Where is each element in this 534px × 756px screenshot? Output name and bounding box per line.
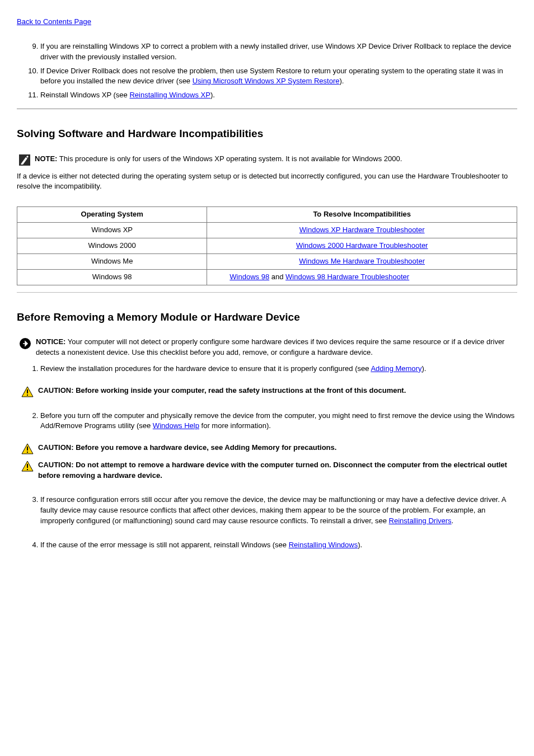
step1-post: ). — [421, 364, 426, 373]
cell-98-links: Windows 98 and Windows 98 Hardware Troub… — [207, 269, 517, 285]
step2-pre: Before you turn off the computer and phy… — [40, 411, 514, 430]
os-table: Operating System To Resolve Incompatibil… — [17, 206, 517, 285]
reinstalling-drivers-link[interactable]: Reinstalling Drivers — [389, 516, 452, 525]
caution-icon — [21, 461, 34, 472]
reinstalling-windows-link[interactable]: Reinstalling Windows — [289, 541, 358, 549]
note-icon — [19, 154, 30, 166]
svg-rect-2 — [27, 389, 28, 393]
step1-pre: Review the installation procedures for t… — [40, 364, 371, 373]
step4-pre: If the cause of the error message is sti… — [40, 541, 289, 549]
remove-step-2: Before you turn off the computer and phy… — [40, 411, 517, 481]
step3-post: . — [452, 516, 454, 525]
step-11: Reinstall Windows XP (see Reinstalling W… — [40, 90, 517, 101]
xp-troubleshooter-link[interactable]: Windows XP Hardware Troubleshooter — [299, 226, 425, 234]
col-header-os: Operating System — [17, 207, 207, 223]
cell-os-2000: Windows 2000 — [17, 238, 207, 253]
remove-step-4: If the cause of the error message is sti… — [40, 540, 517, 551]
incompat-para: If a device is either not detected durin… — [17, 171, 517, 192]
caution-1-text: CAUTION: Before working inside your comp… — [38, 386, 517, 396]
reinstall-xp-link[interactable]: Reinstalling Windows XP — [129, 91, 210, 99]
svg-rect-3 — [27, 395, 28, 396]
note-callout: NOTE: This procedure is only for users o… — [17, 154, 517, 166]
caution-callout-2: CAUTION: Before you remove a hardware de… — [19, 443, 517, 454]
cell-os-xp: Windows XP — [17, 223, 207, 238]
adding-memory-link[interactable]: Adding Memory — [371, 364, 421, 373]
table-row: Windows XP Windows XP Hardware Troublesh… — [17, 223, 517, 238]
table-row: Windows 2000 Windows 2000 Hardware Troub… — [17, 238, 517, 253]
step-10: If Device Driver Rollback does not resol… — [40, 66, 517, 87]
system-restore-link[interactable]: Using Microsoft Windows XP System Restor… — [193, 77, 340, 85]
svg-rect-6 — [27, 464, 28, 468]
cell-os-98: Windows 98 — [17, 269, 207, 285]
remove-step-3: If resource configuration errors still o… — [40, 495, 517, 527]
table-row: Windows 98 Windows 98 and Windows 98 Har… — [17, 269, 517, 285]
wme-troubleshooter-link[interactable]: Windows Me Hardware Troubleshooter — [299, 257, 425, 265]
step-10-suffix: ). — [339, 77, 344, 85]
cell-os-me: Windows Me — [17, 253, 207, 269]
col-header-resolve: To Resolve Incompatibilities — [207, 207, 517, 223]
step-9-text: If you are reinstalling Windows XP to co… — [40, 42, 511, 61]
remove-step-1: Review the installation procedures for t… — [40, 364, 517, 397]
notice-callout: NOTICE: Your computer will not detect or… — [17, 337, 517, 358]
svg-rect-7 — [27, 469, 28, 470]
heading-incompatibilities: Solving Software and Hardware Incompatib… — [17, 126, 517, 142]
step-11-suffix: ). — [210, 91, 215, 99]
w2000-troubleshooter-link[interactable]: Windows 2000 Hardware Troubleshooter — [296, 241, 428, 250]
w98-troubleshooter-link[interactable]: Windows 98 Hardware Troubleshooter — [285, 273, 409, 281]
w98-link[interactable]: Windows 98 — [229, 273, 269, 281]
caution-2b-text: CAUTION: Do not attempt to remove a hard… — [38, 460, 517, 481]
w98-sep: and — [269, 273, 285, 281]
note-text: NOTE: This procedure is only for users o… — [35, 154, 517, 165]
caution-icon — [21, 443, 34, 454]
svg-rect-4 — [27, 447, 28, 450]
step-9: If you are reinstalling Windows XP to co… — [40, 41, 517, 63]
svg-rect-5 — [27, 452, 28, 453]
numbered-list-top: If you are reinstalling Windows XP to co… — [17, 41, 517, 101]
caution-icon — [21, 386, 34, 397]
notice-icon — [19, 337, 31, 350]
heading-before-removing: Before Removing a Memory Module or Hardw… — [17, 309, 517, 325]
light-divider — [17, 292, 517, 293]
windows-help-link[interactable]: Windows Help — [153, 421, 199, 430]
remove-steps-list: Review the installation procedures for t… — [17, 364, 517, 551]
notice-text: NOTICE: Your computer will not detect or… — [36, 337, 517, 358]
caution-callout-3: CAUTION: Do not attempt to remove a hard… — [19, 460, 517, 481]
step4-post: ). — [358, 541, 362, 549]
divider — [17, 109, 517, 109]
caution-callout-1: CAUTION: Before working inside your comp… — [19, 386, 517, 397]
table-header-row: Operating System To Resolve Incompatibil… — [17, 207, 517, 223]
step2-post: for more information). — [199, 421, 271, 430]
caution-2a-text: CAUTION: Before you remove a hardware de… — [38, 443, 517, 453]
table-row: Windows Me Windows Me Hardware Troublesh… — [17, 253, 517, 269]
back-to-contents-link[interactable]: Back to Contents Page — [17, 17, 91, 26]
step-11-text: Reinstall Windows XP (see — [40, 91, 129, 99]
